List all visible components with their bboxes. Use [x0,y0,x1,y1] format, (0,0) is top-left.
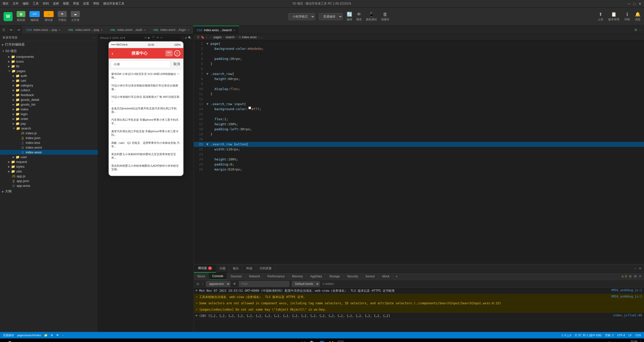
cut-icon[interactable]: ✂ [160,36,163,39]
phone-cancel-button[interactable]: 取消 [172,61,181,68]
breadcrumb-filename[interactable]: index.wxss [242,35,257,39]
tab-wxml-auth[interactable]: XML index.wxml .../auth ✕ [106,26,150,34]
list-item[interactable]: 70迈小米行车记录仪智能后视镜导航行车记录仪云镜测速... [109,82,183,93]
taskbar-edge-icon[interactable]: 🌐 [319,340,325,342]
tree-feedback[interactable]: ▶ 📁 feedback [0,93,98,97]
clear-cache-button[interactable]: 🗑 清缓存 [381,12,389,21]
tab-wxss-pay[interactable]: CSS index.wxss .../pay ✕ [23,26,64,34]
menu-item-interface[interactable]: 界面 [73,2,79,6]
back-button[interactable]: ‹ [112,51,114,56]
fold-icon-1[interactable]: ▼ [206,41,210,46]
show-desktop-button[interactable] [640,340,641,342]
console-filter-input[interactable] [239,281,289,287]
tree-cart[interactable]: ▶ 📁 cart [0,78,98,83]
panel-minimize-icon[interactable]: ─ [634,267,637,270]
panel-close-icon[interactable]: ✕ [639,267,641,270]
subtab-wxml[interactable]: Wxml [194,273,209,280]
toolbar-group-simulator[interactable]: ▦ 模拟器 [17,11,25,22]
toolbar-group-debugger[interactable]: 🐛 调试器 [44,11,54,22]
devtools-close-icon[interactable]: ✕ [639,274,641,278]
tree-utils[interactable]: ▶ 📁 utils [0,169,98,174]
start-button[interactable]: ⊞ [3,341,6,342]
context-select[interactable]: appservice [206,281,230,287]
split-editor-icon[interactable]: ⊞ [634,28,637,32]
list-item[interactable]: 英吉利婴儿小米粉AD钙铁锌婴幼儿宝宝营养米粉宝宝米... [109,150,183,162]
minimize-button[interactable]: ─ [628,2,630,6]
tree-search-indexjson[interactable]: {} index.json [0,136,98,140]
expand-icon-4[interactable]: ▶ [196,314,198,317]
maximize-button[interactable]: □ [633,2,635,6]
task-view-button[interactable]: ⧉ [15,341,18,342]
tree-components[interactable]: ▶ 📁 components [0,54,98,59]
more-menu-button[interactable]: ••• [165,50,173,56]
toolbar-group-visual[interactable]: 👁 可视化 [58,11,67,22]
taskbar-explorer-icon[interactable]: 📁 [300,340,306,342]
dock-icon[interactable]: ⊞ [634,274,637,278]
panel-tab-debugger[interactable]: 调试器 3 [194,265,216,273]
menu-item-project[interactable]: 项目 [3,2,9,6]
menu-item-edit[interactable]: 编辑 [23,2,29,6]
list-item[interactable]: 金兔贝贝jintubeib拉运车载手机支架汽车用出风口手机座... [109,105,183,116]
tree-user[interactable]: ▶ 📁 user [0,155,98,159]
tree-icons[interactable]: ▶ 📁 icons [0,59,98,64]
search-button[interactable]: 🔍 [8,341,13,342]
subtab-more[interactable]: » [393,273,400,280]
play-icon[interactable]: ▶ [148,36,150,39]
subtab-appdata[interactable]: AppData [307,273,326,280]
panel-tab-issues[interactable]: 问题 [216,265,229,273]
details-button[interactable]: ℹ 详情 [624,12,630,21]
page-route-value[interactable]: pages/search/index [17,334,41,337]
upload-button[interactable]: ⬆ 上传 [598,12,603,21]
subtab-performance[interactable]: Performance [264,273,289,280]
sidebar-more-icon[interactable]: ··· [92,36,95,39]
console-source-4[interactable]: index.js?[sm]:48 [613,314,642,317]
taskbar-search-icon[interactable]: 🔍 [309,340,316,342]
statusbar-settings-icon[interactable]: ⚙ [51,334,53,337]
menu-item-view[interactable]: 视图 [63,2,69,6]
list-item[interactable]: 紫华ZMI 小米QC3.0快充车充 5V2.4A双USB智能输出 一拖... [109,70,183,82]
preserve-log-icon[interactable]: ↕ [202,282,203,286]
compile-button[interactable]: 🔄 编译 [347,12,352,21]
tree-index[interactable]: ▶ 📁 index [0,107,98,112]
menu-item-wechat[interactable]: 微信开发者工具 [103,2,124,6]
rotate-icon[interactable]: ⟳ [157,36,159,39]
window-controls[interactable]: ─ □ ✕ [628,2,641,6]
tab-close-2[interactable]: ✕ [144,29,146,31]
open-editors-section[interactable]: ▶ 打开的编辑器 [0,41,98,48]
inspect-icon[interactable]: 🔍 [188,36,192,39]
fold-icon-21[interactable]: ▼ [206,142,210,147]
tree-styles[interactable]: ▶ 📁 styles [0,164,98,169]
statusbar-folder-icon[interactable]: 📁 [44,334,48,337]
tab-close-1[interactable]: ✕ [101,29,103,31]
subtab-mock[interactable]: Mock [379,273,393,280]
menu-item-goto[interactable]: 转到 [43,2,49,6]
breadcrumb-toggle-icon[interactable]: ☰ [197,35,200,39]
expand-icon[interactable]: ▶ [196,288,198,292]
tree-search-indexjs[interactable]: JS index.js [0,131,98,136]
list-item[interactable]: 麦芽汽车用出风口手机支架 车载iphone苹果小米三星卡扣... [109,127,183,139]
console-source-1[interactable]: VM16_asdebug.js:1 [611,295,642,298]
breadcrumb-search[interactable]: search [226,35,235,39]
eye-icon[interactable]: 👁 [233,282,236,286]
breadcrumb-pages[interactable]: pages [213,35,222,39]
tree-goods-list[interactable]: ▶ 📁 goods_list [0,102,98,107]
list-item[interactable]: 汽车用出风口手机支架 车载iphone苹果小米三星卡扣式手... [109,116,183,127]
console-source-0[interactable]: VM16_asdebug.js:1 [611,288,642,292]
menu-bar[interactable]: 项目 文件 编辑 工具 转到 选择 视图 界面 设置 帮助 微信开发者工具 [3,2,124,6]
taskbar-app1-icon[interactable]: 🦊 [328,340,334,342]
subtab-memory[interactable]: Memory [289,273,307,280]
panel-tab-quality[interactable]: 代码质量 [256,265,275,273]
tab-close-0[interactable]: ✕ [59,29,61,31]
real-debug-button[interactable]: 📱 真机调试 [366,12,377,21]
clock[interactable]: 20:06 2022/11/7 [625,340,637,342]
panel-tab-terminal[interactable]: 终端 [243,265,256,273]
mode-select[interactable]: 小程序模式 [288,13,315,20]
breadcrumb-bookmark-icon[interactable]: 🔖 [201,35,204,39]
menu-item-tools[interactable]: 工具 [33,2,39,6]
close-button[interactable]: ✕ [638,2,641,6]
taskbar-wechat-icon[interactable]: W [337,340,344,342]
tree-search[interactable]: ▼ 📁 search [0,126,98,131]
toolbar-group-editor[interactable]: </> 编辑器 [29,11,40,22]
tree-pages[interactable]: ▼ 📁 pages [0,69,98,73]
message-button[interactable]: 🔔 消息 [635,12,640,21]
